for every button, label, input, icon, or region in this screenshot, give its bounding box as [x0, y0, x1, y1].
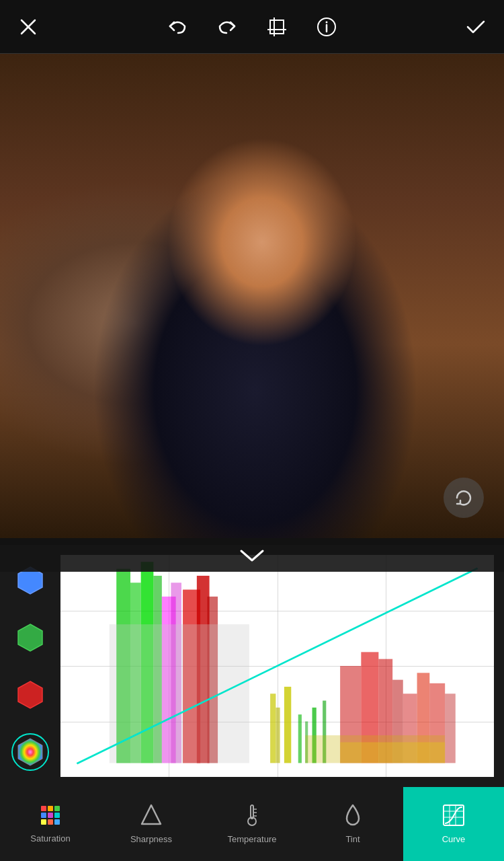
redo-button[interactable] — [212, 12, 242, 42]
curve-editor-area — [0, 545, 504, 787]
svg-marker-51 — [142, 805, 161, 824]
channel-all-button[interactable] — [11, 733, 49, 771]
svg-point-40 — [65, 760, 77, 773]
close-button[interactable] — [13, 12, 43, 42]
photo-image — [0, 54, 504, 538]
svg-rect-49 — [48, 819, 53, 825]
svg-rect-44 — [54, 806, 60, 811]
svg-marker-11 — [18, 739, 42, 765]
svg-rect-48 — [41, 819, 46, 825]
photo-area — [0, 54, 504, 538]
tool-tint[interactable]: Tint — [302, 787, 403, 861]
svg-rect-38 — [340, 742, 445, 763]
info-button[interactable] — [312, 12, 341, 42]
svg-rect-47 — [54, 813, 60, 818]
tool-tint-label: Tint — [345, 834, 360, 844]
svg-rect-25 — [298, 714, 302, 763]
svg-marker-9 — [18, 624, 42, 651]
bottom-toolbar: Saturation Sharpness Temperature — [0, 787, 504, 861]
svg-rect-50 — [54, 819, 60, 825]
tool-curve-label: Curve — [442, 834, 466, 844]
svg-rect-23 — [276, 708, 280, 763]
curve-graph[interactable] — [60, 555, 494, 777]
confirm-button[interactable] — [461, 12, 491, 42]
tool-saturation-label: Saturation — [30, 833, 70, 844]
curve-icon — [442, 804, 465, 830]
temperature-icon — [243, 804, 261, 830]
channel-selector — [0, 545, 60, 787]
undo-button[interactable] — [163, 12, 192, 42]
tint-icon — [344, 804, 362, 830]
svg-marker-2 — [270, 20, 284, 34]
reset-compare-button[interactable] — [444, 478, 484, 518]
svg-rect-24 — [284, 687, 291, 763]
tool-temperature[interactable]: Temperature — [202, 787, 302, 861]
svg-rect-42 — [41, 806, 46, 811]
svg-rect-22 — [270, 694, 276, 763]
svg-rect-36 — [445, 694, 456, 763]
svg-rect-21 — [110, 624, 249, 763]
svg-rect-45 — [41, 813, 46, 818]
tool-temperature-label: Temperature — [228, 834, 277, 844]
channel-red-button[interactable] — [11, 676, 49, 714]
svg-marker-10 — [18, 681, 42, 708]
top-toolbar — [0, 0, 504, 54]
tool-sharpness[interactable]: Sharpness — [101, 787, 202, 861]
svg-rect-46 — [48, 813, 53, 818]
toolbar-center-icons — [163, 12, 341, 42]
channel-green-button[interactable] — [11, 619, 49, 657]
tool-saturation[interactable]: Saturation — [0, 787, 101, 861]
collapse-panel-button[interactable] — [0, 538, 504, 572]
saturation-icon — [40, 804, 61, 829]
svg-point-7 — [326, 21, 328, 23]
tool-curve[interactable]: Curve — [403, 787, 504, 861]
svg-rect-43 — [48, 806, 53, 811]
tool-sharpness-label: Sharpness — [130, 834, 172, 844]
crop-button[interactable] — [262, 12, 292, 42]
curve-svg — [60, 555, 494, 777]
sharpness-icon — [140, 804, 162, 830]
